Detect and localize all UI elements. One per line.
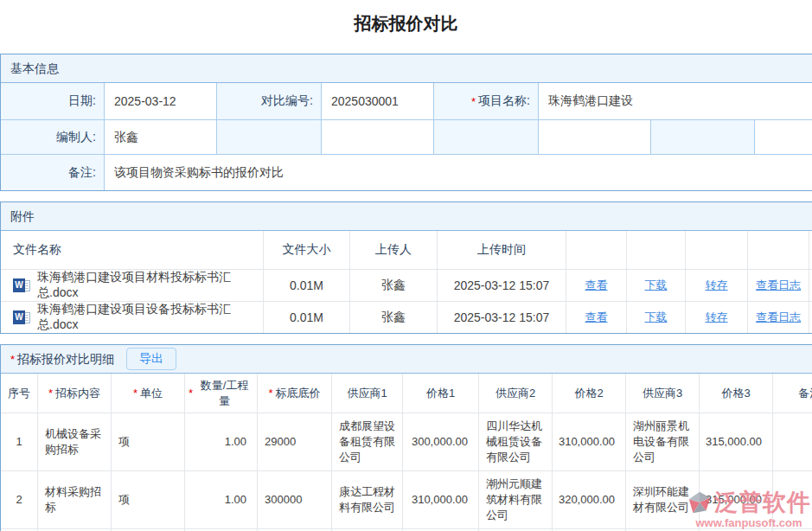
col-uploader: 上传人 xyxy=(350,231,438,270)
basic-info-section: 基本信息 日期: 2025-03-12 对比编号: 2025030001 * 项… xyxy=(0,54,812,191)
compare-code-value: 2025030001 xyxy=(322,83,434,120)
price2-cell: 310,000.00 xyxy=(553,413,626,471)
basic-info-section-title: 基本信息 xyxy=(1,54,812,83)
download-link[interactable]: 下载 xyxy=(645,278,668,293)
file-size-cell: 0.01M xyxy=(264,270,350,302)
upload-time-cell: 2025-03-12 15:07 xyxy=(438,270,566,302)
col-action xyxy=(748,231,809,270)
attachments-header-row: 文件名称 文件大小 上传人 上传时间 xyxy=(1,231,812,270)
unit-cell: 项 xyxy=(112,413,185,471)
date-label: 日期: xyxy=(1,83,105,120)
attachment-row: 珠海鹤港口建设项目设备投标标书汇总.docx 0.01M 张鑫 2025-03-… xyxy=(1,302,812,333)
col-unit: *单位 xyxy=(112,374,185,413)
uploader-cell: 张鑫 xyxy=(350,270,438,302)
file-name-cell: 珠海鹤港口建设项目材料投标标书汇总.docx xyxy=(1,270,264,302)
col-file-size: 文件大小 xyxy=(264,231,350,270)
detail-row: 2 材料采购招标 项 1.00 300000 康达工程材料有限公司 310,00… xyxy=(1,471,812,529)
empty-value-cell xyxy=(322,120,434,155)
bid-content-cell: 机械设备采购招标 xyxy=(38,413,112,471)
basic-info-row-2: 编制人: 张鑫 xyxy=(1,120,812,155)
download-link[interactable]: 下载 xyxy=(645,310,668,325)
detail-section-title: * 招标报价对比明细 xyxy=(10,345,114,374)
project-name-label: * 项目名称: xyxy=(434,83,539,120)
required-asterisk: * xyxy=(471,95,476,108)
col-price1: 价格1 xyxy=(403,374,479,413)
transfer-save-link[interactable]: 转存 xyxy=(706,310,728,325)
col-base-price: *标底底价 xyxy=(258,374,332,413)
col-bid-content: *招标内容 xyxy=(38,374,112,413)
required-asterisk: * xyxy=(268,386,272,401)
base-price-cell: 29000 xyxy=(258,413,332,471)
price2-cell: 320,000.00 xyxy=(553,471,626,529)
remark-label: 备注: xyxy=(1,155,105,190)
view-link[interactable]: 查看 xyxy=(585,278,608,293)
supplier3-cell: 湖州丽景机电设备有限公司 xyxy=(626,413,700,471)
transfer-save-link[interactable]: 转存 xyxy=(706,278,728,293)
col-supplier1: 供应商1 xyxy=(332,374,403,413)
detail-header-row: 序号 *招标内容 *单位 *数量/工程量 *标底底价 供应商1 价格1 供应商2… xyxy=(1,374,812,413)
empty-label-cell xyxy=(651,120,755,155)
supplier1-cell: 成都展望设备租赁有限公司 xyxy=(332,413,403,471)
required-asterisk: * xyxy=(10,345,15,374)
col-file-name: 文件名称 xyxy=(1,231,264,270)
remark-value: 该项目物资采购标书的报价对比 xyxy=(105,155,812,190)
date-value: 2025-03-12 xyxy=(105,83,217,120)
col-price3: 价格3 xyxy=(700,374,773,413)
required-asterisk: * xyxy=(133,386,137,401)
supplier1-cell: 康达工程材料有限公司 xyxy=(332,471,403,529)
price3-cell: 315,000.00 xyxy=(700,413,773,471)
word-file-icon xyxy=(13,278,31,293)
seq-cell: 1 xyxy=(1,413,38,471)
col-quantity: *数量/工程量 xyxy=(185,374,258,413)
word-file-icon xyxy=(13,310,31,325)
unit-cell: 项 xyxy=(112,471,185,529)
attachments-section: 附件 文件名称 文件大小 上传人 上传时间 珠海鹤港口建设项目材料投标标书汇总.… xyxy=(0,202,812,334)
price1-cell: 300,000.00 xyxy=(403,413,479,471)
bid-content-cell: 材料采购招标 xyxy=(38,471,112,529)
empty-label-cell xyxy=(217,120,322,155)
page-title: 招标报价对比 xyxy=(0,0,812,54)
col-supplier3: 供应商3 xyxy=(626,374,700,413)
supplier2-cell: 潮州元顺建筑材料有限公司 xyxy=(479,471,553,529)
supplier3-cell: 深圳环能建材有限公司 xyxy=(626,471,700,529)
upload-time-cell: 2025-03-12 15:07 xyxy=(438,302,566,333)
detail-row: 1 机械设备采购招标 项 1.00 29000 成都展望设备租赁有限公司 300… xyxy=(1,413,812,471)
required-asterisk: * xyxy=(189,386,193,401)
view-link[interactable]: 查看 xyxy=(585,310,608,325)
empty-value-cell xyxy=(539,120,651,155)
base-price-cell: 300000 xyxy=(258,471,332,529)
detail-table: 序号 *招标内容 *单位 *数量/工程量 *标底底价 供应商1 价格1 供应商2… xyxy=(1,374,812,531)
author-value: 张鑫 xyxy=(105,120,217,155)
basic-info-row-3: 备注: 该项目物资采购标书的报价对比 xyxy=(1,155,812,190)
remark-cell xyxy=(773,471,812,529)
view-log-link[interactable]: 查看日志 xyxy=(756,310,801,325)
supplier2-cell: 四川华达机械租赁设备有限公司 xyxy=(479,413,553,471)
col-price2: 价格2 xyxy=(553,374,626,413)
price3-cell: 315,000.00 xyxy=(700,471,773,529)
col-supplier2: 供应商2 xyxy=(479,374,553,413)
empty-label-cell xyxy=(434,120,539,155)
required-asterisk: * xyxy=(48,386,53,401)
attachment-row: 珠海鹤港口建设项目材料投标标书汇总.docx 0.01M 张鑫 2025-03-… xyxy=(1,270,812,302)
col-upload-time: 上传时间 xyxy=(438,231,566,270)
project-name-value: 珠海鹤港口建设 xyxy=(539,83,812,120)
export-button[interactable]: 导出 xyxy=(126,348,176,370)
detail-section-header: * 招标报价对比明细 导出 xyxy=(1,345,812,374)
quantity-cell: 1.00 xyxy=(185,413,258,471)
compare-code-label: 对比编号: xyxy=(217,83,322,120)
author-label: 编制人: xyxy=(1,120,105,155)
view-log-link[interactable]: 查看日志 xyxy=(756,278,801,293)
basic-info-row-1: 日期: 2025-03-12 对比编号: 2025030001 * 项目名称: … xyxy=(1,83,812,120)
col-action xyxy=(686,231,748,270)
col-action xyxy=(566,231,627,270)
empty-value-cell xyxy=(755,120,812,155)
file-size-cell: 0.01M xyxy=(264,302,350,333)
quantity-cell: 1.00 xyxy=(185,471,258,529)
uploader-cell: 张鑫 xyxy=(350,302,438,333)
price1-cell: 310,000.00 xyxy=(403,471,479,529)
col-action xyxy=(627,231,686,270)
col-remark: 备注 xyxy=(773,374,812,413)
attachments-section-title: 附件 xyxy=(1,202,812,231)
detail-section: * 招标报价对比明细 导出 序号 *招标内容 *单位 *数量/工程量 *标底底价… xyxy=(0,344,812,531)
seq-cell: 2 xyxy=(1,471,38,529)
